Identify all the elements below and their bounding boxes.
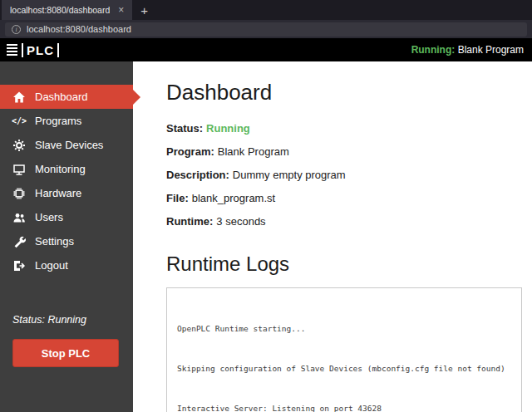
sidebar-item-label: Monitoring [35,163,86,175]
browser-address-bar: i localhost:8080/dashboard [0,20,532,38]
url-field[interactable]: i localhost:8080/dashboard [5,22,527,37]
gear-icon [12,139,26,152]
app-header: PLC Running: Blank Program [0,38,532,61]
chip-icon [12,187,26,200]
log-line: OpenPLC Runtime starting... [177,322,511,336]
header-status-value: Blank Program [458,44,524,56]
logout-icon [12,259,26,272]
log-line: Skipping configuration of Slave Devices … [177,362,511,375]
sidebar-item-programs[interactable]: </> Programs [0,109,133,133]
stop-plc-button[interactable]: Stop PLC [12,339,119,367]
browser-tab[interactable]: localhost:8080/dashboard × [2,0,132,20]
sidebar-item-label: Hardware [35,187,81,199]
log-line: Interactive Server: Listening on port 43… [177,402,511,412]
monitor-icon [12,163,26,176]
runtime-log-box[interactable]: OpenPLC Runtime starting... Skipping con… [166,287,522,412]
logo-text: PLC [22,43,59,57]
status-value: Running [206,122,250,135]
new-tab-icon[interactable]: + [140,3,148,17]
sidebar: Dashboard </> Programs Slave Devices Mon… [0,61,133,412]
tab-close-icon[interactable]: × [118,5,124,15]
sidebar-item-label: Users [35,211,63,223]
sidebar-item-settings[interactable]: Settings [0,229,133,253]
sidebar-item-hardware[interactable]: Hardware [0,181,133,205]
header-status: Running: Blank Program [411,44,524,56]
sidebar-item-label: Settings [35,235,74,248]
logo-bars-icon [7,44,17,56]
sidebar-item-label: Programs [35,115,81,127]
description-field: Description:Dummy empty program [166,169,532,181]
sidebar-item-dashboard[interactable]: Dashboard [0,85,133,109]
status-field: Status:Running [166,122,532,135]
header-status-label: Running: [411,44,456,56]
sidebar-item-label: Slave Devices [35,139,103,151]
home-icon [12,91,26,104]
sidebar-item-logout[interactable]: Logout [0,253,133,277]
sidebar-item-slave-devices[interactable]: Slave Devices [0,133,133,157]
users-icon [12,211,26,224]
openplc-logo[interactable]: PLC [7,43,59,57]
code-icon: </> [12,115,26,128]
program-field: Program:Blank Program [166,145,532,158]
site-info-icon[interactable]: i [12,25,21,34]
runtime-field: Runtime:3 seconds [166,215,532,228]
sidebar-status: Status: Running [0,314,133,326]
browser-tab-strip: localhost:8080/dashboard × + [0,0,532,20]
sidebar-item-label: Logout [35,259,68,272]
sidebar-item-monitoring[interactable]: Monitoring [0,157,133,181]
page-body: Dashboard </> Programs Slave Devices Mon… [0,61,532,412]
sidebar-item-label: Dashboard [35,91,88,103]
sidebar-status-label: Status: [12,314,45,326]
sidebar-status-value: Running [47,314,86,326]
main-content: Dashboard Status:Running Program:Blank P… [133,61,532,412]
tab-title: localhost:8080/dashboard [10,5,110,15]
runtime-logs-title: Runtime Logs [166,253,532,276]
file-field: File:blank_program.st [166,192,532,204]
sidebar-item-users[interactable]: Users [0,205,133,229]
wrench-icon [12,235,26,248]
url-text: localhost:8080/dashboard [27,24,131,34]
page-title: Dashboard [166,80,532,105]
